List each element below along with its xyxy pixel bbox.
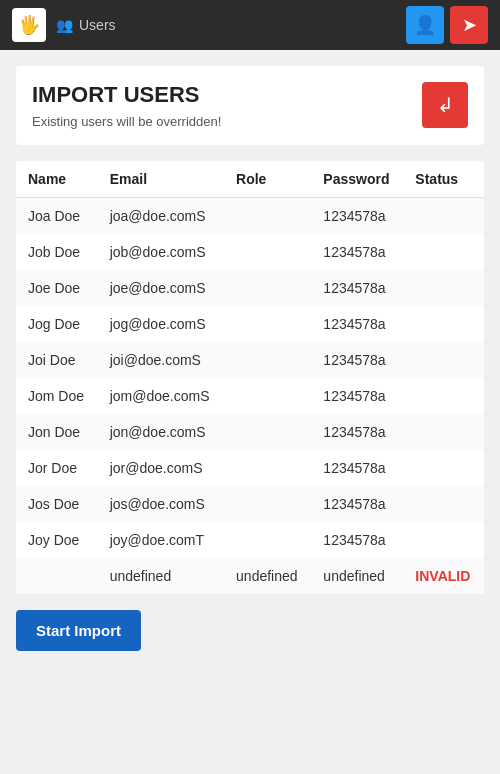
cell-status bbox=[403, 522, 484, 558]
cell-email: jog@doe.comS bbox=[98, 306, 224, 342]
back-button[interactable]: ↲ bbox=[422, 82, 468, 128]
user-icon: 👤 bbox=[414, 14, 436, 36]
col-status: Status bbox=[403, 161, 484, 198]
table-row: Job Doejob@doe.comS1234578a bbox=[16, 234, 484, 270]
cell-name: Joy Doe bbox=[16, 522, 98, 558]
table-row: Joi Doejoi@doe.comS1234578a bbox=[16, 342, 484, 378]
cell-role bbox=[224, 306, 311, 342]
cell-role bbox=[224, 234, 311, 270]
table-header-row: Name Email Role Password Status bbox=[16, 161, 484, 198]
cell-status bbox=[403, 270, 484, 306]
cell-email: joy@doe.comT bbox=[98, 522, 224, 558]
page-title: IMPORT USERS bbox=[32, 82, 221, 108]
cell-role bbox=[224, 450, 311, 486]
table-row: undefinedundefinedundefinedINVALID bbox=[16, 558, 484, 594]
cell-role bbox=[224, 414, 311, 450]
cell-status bbox=[403, 306, 484, 342]
table-row: Joy Doejoy@doe.comT1234578a bbox=[16, 522, 484, 558]
cell-status bbox=[403, 450, 484, 486]
cell-name: Joa Doe bbox=[16, 198, 98, 235]
cell-name: Joi Doe bbox=[16, 342, 98, 378]
logout-icon: ➤ bbox=[462, 14, 477, 36]
users-table: Name Email Role Password Status Joa Doej… bbox=[16, 161, 484, 594]
user-profile-button[interactable]: 👤 bbox=[406, 6, 444, 44]
logo-icon: 🖐️ bbox=[18, 14, 40, 36]
cell-email: undefined bbox=[98, 558, 224, 594]
navbar: 🖐️ Users 👤 ➤ bbox=[0, 0, 500, 50]
table-row: Jog Doejog@doe.comS1234578a bbox=[16, 306, 484, 342]
cell-password: 1234578a bbox=[311, 306, 403, 342]
cell-status bbox=[403, 414, 484, 450]
back-icon: ↲ bbox=[437, 93, 454, 117]
cell-password: undefined bbox=[311, 558, 403, 594]
cell-role: undefined bbox=[224, 558, 311, 594]
navbar-actions: 👤 ➤ bbox=[406, 6, 488, 44]
cell-password: 1234578a bbox=[311, 414, 403, 450]
table-row: Jon Doejon@doe.comS1234578a bbox=[16, 414, 484, 450]
table-body: Joa Doejoa@doe.comS1234578aJob Doejob@do… bbox=[16, 198, 484, 595]
page-subtitle: Existing users will be overridden! bbox=[32, 114, 221, 129]
navbar-left: 🖐️ Users bbox=[12, 8, 116, 42]
cell-password: 1234578a bbox=[311, 522, 403, 558]
cell-name: Jog Doe bbox=[16, 306, 98, 342]
cell-email: job@doe.comS bbox=[98, 234, 224, 270]
cell-status bbox=[403, 342, 484, 378]
cell-role bbox=[224, 378, 311, 414]
table-row: Joa Doejoa@doe.comS1234578a bbox=[16, 198, 484, 235]
table-row: Jor Doejor@doe.comS1234578a bbox=[16, 450, 484, 486]
cell-name bbox=[16, 558, 98, 594]
cell-email: jos@doe.comS bbox=[98, 486, 224, 522]
start-import-button[interactable]: Start Import bbox=[16, 610, 141, 651]
cell-password: 1234578a bbox=[311, 342, 403, 378]
cell-password: 1234578a bbox=[311, 378, 403, 414]
table-row: Jom Doejom@doe.comS1234578a bbox=[16, 378, 484, 414]
header-text: IMPORT USERS Existing users will be over… bbox=[32, 82, 221, 129]
cell-name: Jos Doe bbox=[16, 486, 98, 522]
col-email: Email bbox=[98, 161, 224, 198]
navbar-title-section: Users bbox=[56, 17, 116, 33]
table-row: Joe Doejoe@doe.comS1234578a bbox=[16, 270, 484, 306]
header-card: IMPORT USERS Existing users will be over… bbox=[16, 66, 484, 145]
users-table-card: Name Email Role Password Status Joa Doej… bbox=[16, 161, 484, 594]
cell-name: Jor Doe bbox=[16, 450, 98, 486]
app-logo: 🖐️ bbox=[12, 8, 46, 42]
cell-status bbox=[403, 234, 484, 270]
cell-email: joi@doe.comS bbox=[98, 342, 224, 378]
cell-email: joe@doe.comS bbox=[98, 270, 224, 306]
table-row: Jos Doejos@doe.comS1234578a bbox=[16, 486, 484, 522]
cell-name: Jom Doe bbox=[16, 378, 98, 414]
cell-role bbox=[224, 486, 311, 522]
navbar-title-text: Users bbox=[79, 17, 116, 33]
cell-status bbox=[403, 198, 484, 235]
page-content: IMPORT USERS Existing users will be over… bbox=[0, 50, 500, 667]
cell-email: jom@doe.comS bbox=[98, 378, 224, 414]
cell-email: jon@doe.comS bbox=[98, 414, 224, 450]
cell-email: jor@doe.comS bbox=[98, 450, 224, 486]
cell-role bbox=[224, 342, 311, 378]
cell-email: joa@doe.comS bbox=[98, 198, 224, 235]
col-password: Password bbox=[311, 161, 403, 198]
cell-role bbox=[224, 270, 311, 306]
users-icon bbox=[56, 17, 73, 33]
logout-button[interactable]: ➤ bbox=[450, 6, 488, 44]
cell-name: Job Doe bbox=[16, 234, 98, 270]
cell-password: 1234578a bbox=[311, 270, 403, 306]
cell-name: Jon Doe bbox=[16, 414, 98, 450]
cell-role bbox=[224, 198, 311, 235]
cell-status bbox=[403, 486, 484, 522]
cell-password: 1234578a bbox=[311, 198, 403, 235]
cell-status: INVALID bbox=[403, 558, 484, 594]
table-header: Name Email Role Password Status bbox=[16, 161, 484, 198]
col-name: Name bbox=[16, 161, 98, 198]
cell-role bbox=[224, 522, 311, 558]
cell-password: 1234578a bbox=[311, 486, 403, 522]
col-role: Role bbox=[224, 161, 311, 198]
cell-password: 1234578a bbox=[311, 450, 403, 486]
cell-name: Joe Doe bbox=[16, 270, 98, 306]
cell-status bbox=[403, 378, 484, 414]
cell-password: 1234578a bbox=[311, 234, 403, 270]
